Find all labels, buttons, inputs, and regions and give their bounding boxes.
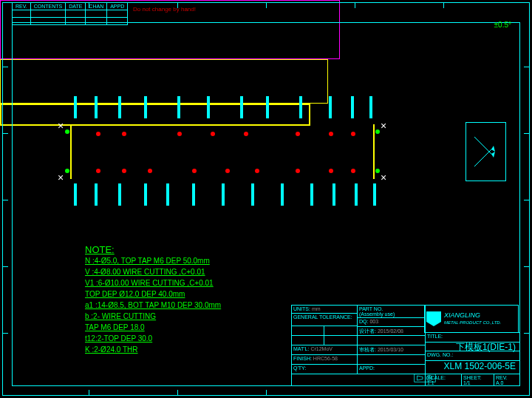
note-line: t12:2-TOP DEP 30.0 xyxy=(85,333,221,344)
cross-mark: × xyxy=(58,172,64,183)
tick xyxy=(2,133,8,134)
dim-leader xyxy=(192,183,195,206)
dim-leader xyxy=(144,96,147,118)
part-title: 下模板1(DIE-1) xyxy=(456,341,516,354)
hole-marker xyxy=(177,132,182,136)
dim-leader xyxy=(251,183,254,206)
dim-leader xyxy=(299,96,302,118)
projection-symbol-icon xyxy=(414,373,436,383)
dim-leader xyxy=(74,96,77,118)
dim-leader xyxy=(281,183,284,206)
cross-mark: × xyxy=(381,120,386,132)
tick xyxy=(524,333,530,334)
svg-point-7 xyxy=(429,377,431,380)
dim-leader xyxy=(144,183,147,206)
hole-marker xyxy=(351,169,355,173)
units-label: UNITS: xyxy=(293,306,310,311)
notes-title: NOTE: xyxy=(85,244,221,255)
tick xyxy=(2,200,8,200)
drawing-number: XLM 1502-006-5E xyxy=(444,361,516,371)
tick xyxy=(89,390,89,396)
hole-marker xyxy=(122,132,126,136)
tick xyxy=(355,2,355,8)
cross-mark: × xyxy=(381,172,386,183)
hole-marker xyxy=(351,132,355,136)
company-logo: XIANGLING METAL PRODUCT CO.,LTD. xyxy=(424,305,519,333)
rev-value: A.0 xyxy=(496,380,504,385)
hole-marker xyxy=(148,169,152,173)
company-name: XIANGLING xyxy=(444,311,501,319)
notes-block: NOTE: N :4-Ø5.0, TOP TAP M6 DEP 50.0mm V… xyxy=(85,244,221,355)
hole-marker xyxy=(296,132,300,136)
revision-table: REV. CONTENTS DATE CHAN APPD xyxy=(12,2,128,25)
partno-label: PART NO. xyxy=(359,306,383,311)
hole-marker xyxy=(225,169,230,173)
rev-header: CHAN xyxy=(86,3,107,10)
warning-text: Do not change by hand! xyxy=(133,6,196,13)
check-date: 2015/03/10 xyxy=(378,347,403,352)
hole-marker xyxy=(329,132,333,136)
tick xyxy=(524,67,530,67)
angle-tolerance: ±0.5° xyxy=(494,21,511,29)
finish-value: HRC56-58 xyxy=(313,356,338,361)
svg-marker-3 xyxy=(491,146,495,152)
tick xyxy=(266,390,267,396)
dim-leader xyxy=(369,96,372,118)
hole-marker xyxy=(329,169,333,173)
note-line: b :2- WIRE CUTTING xyxy=(85,311,221,322)
corner-line xyxy=(70,124,72,179)
tick xyxy=(524,133,530,134)
dim-leader xyxy=(240,96,243,118)
dim-leader xyxy=(222,183,225,206)
hole-marker xyxy=(296,169,300,173)
rev-header: DATE xyxy=(66,3,86,10)
dim-leader xyxy=(177,96,180,118)
svg-marker-5 xyxy=(417,376,423,380)
note-line: TAP M6 DEP 18.0 xyxy=(85,322,221,333)
note-line: N :4-Ø5.0, TOP TAP M6 DEP 50.0mm xyxy=(85,255,221,266)
svg-marker-2 xyxy=(491,152,495,158)
note-line: V :4-Ø8.00 WIRE CUTTING ,C+0.01 xyxy=(85,266,221,277)
dim-leader xyxy=(118,183,121,206)
note-line: K :2-Ø24.0 THR xyxy=(85,344,221,355)
svg-point-6 xyxy=(426,375,432,381)
dim-leader xyxy=(166,183,169,206)
rev-label: REV. xyxy=(496,375,508,380)
hole-marker xyxy=(122,169,126,173)
tick xyxy=(2,67,8,67)
dq-value: 003 xyxy=(369,319,378,324)
note-line: TOP DEP Ø12.0 DEP 40.0mm xyxy=(85,289,221,300)
note-line: V1 :6-Ø10.00 WIRE CUTTING ,C+0.01 xyxy=(85,277,221,289)
corner-marker xyxy=(375,169,380,173)
dim-leader xyxy=(95,96,98,118)
logo-icon xyxy=(426,311,441,326)
assy-label: (Assembly use) xyxy=(359,311,395,317)
hole-marker xyxy=(96,132,100,136)
dim-leader xyxy=(310,183,313,206)
tick xyxy=(177,390,178,396)
dim-leader xyxy=(373,183,376,206)
matl-label: MAT'L: xyxy=(293,346,309,351)
dq-label: DQ: xyxy=(359,319,368,324)
qty-label: Q'TY: xyxy=(291,364,358,374)
rev-header: APPD xyxy=(107,3,128,10)
corner-line xyxy=(373,124,375,179)
dim-leader xyxy=(207,96,210,118)
hole-marker xyxy=(211,132,215,136)
tick xyxy=(266,2,267,8)
side-view-detail xyxy=(467,129,504,174)
corner-marker xyxy=(65,129,69,134)
cross-mark: × xyxy=(58,120,64,132)
hole-marker xyxy=(96,169,100,173)
dim-leader xyxy=(351,96,354,118)
company-sub: METAL PRODUCT CO.,LTD. xyxy=(444,319,501,326)
dim-leader xyxy=(95,183,98,206)
matl-value: Cr12MoV xyxy=(310,346,332,351)
rev-header: CONTENTS xyxy=(30,3,66,10)
units-value: mm xyxy=(312,306,321,311)
tick xyxy=(2,333,8,334)
hole-marker xyxy=(192,169,197,173)
dim-leader xyxy=(329,96,332,118)
tick xyxy=(443,2,444,8)
hole-marker xyxy=(255,169,259,173)
